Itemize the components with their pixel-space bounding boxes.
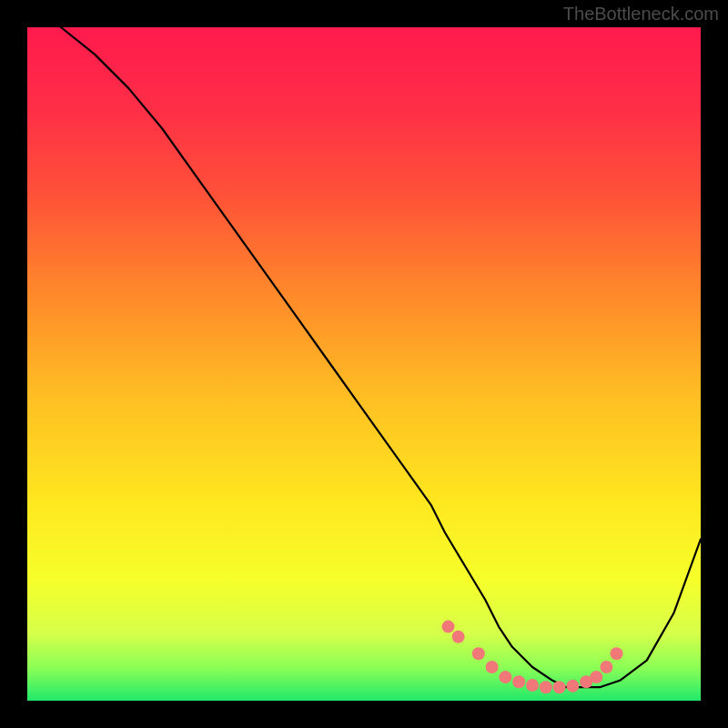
highlighted-point: [553, 681, 566, 693]
highlighted-point: [499, 671, 511, 683]
highlighted-point: [486, 661, 499, 673]
highlighted-point: [566, 680, 579, 693]
plot-background: [27, 27, 701, 701]
highlighted-point: [590, 671, 602, 683]
highlighted-point: [611, 647, 623, 660]
chart-frame: { "watermark": "TheBottleneck.com", "plo…: [0, 0, 728, 728]
highlighted-point: [600, 661, 612, 673]
highlighted-point: [540, 681, 552, 693]
highlighted-point: [512, 675, 525, 688]
watermark-text: TheBottleneck.com: [563, 4, 719, 25]
highlighted-point: [442, 621, 455, 633]
highlighted-point: [472, 647, 485, 660]
highlighted-point: [452, 631, 465, 643]
bottleneck-chart: [0, 0, 728, 728]
highlighted-point: [526, 679, 539, 692]
